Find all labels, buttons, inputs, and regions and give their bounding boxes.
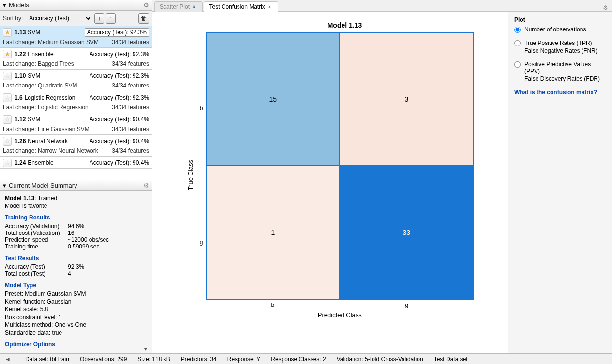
summary-body[interactable]: Model 1.13: Trained Model is favorite Tr… — [0, 191, 152, 353]
status-observations: Observations: 299 — [80, 356, 127, 363]
model-features: 34/34 features — [112, 82, 149, 89]
kernel-fn-line: Kernel function: Gaussian — [5, 298, 147, 305]
radio-ppv-label: Positive Predictive Values (PPV) — [524, 61, 606, 74]
star-icon[interactable]: ☆ — [3, 159, 12, 167]
kernel-scale-line: Kernel scale: 5.8 — [5, 306, 147, 313]
model-type-header: Model Type — [5, 282, 147, 289]
cost-validation-label: Total cost (Validation) — [5, 230, 68, 236]
models-panel-header[interactable]: ▾ Models ⚙ — [0, 0, 152, 11]
status-validation: Validation: 5-fold Cross-Validation — [337, 356, 423, 363]
radio-tpr-fnr[interactable]: True Positive Rates (TPR) False Negative… — [514, 40, 606, 54]
star-icon[interactable]: ★ — [3, 28, 12, 37]
model-id: 1.13 — [15, 29, 26, 36]
tab-test-confusion-matrix[interactable]: Test Confusion Matrix × — [204, 1, 278, 12]
model-row[interactable]: ☆1.26 Neural NetworkAccuracy (Test): 90.… — [0, 135, 152, 157]
sort-by-select[interactable]: Accuracy (Test) — [25, 14, 92, 23]
model-row[interactable]: ★1.13 SVMAccuracy (Test): 92.3%Last chan… — [0, 26, 152, 48]
summary-favorite: Model is favorite — [5, 203, 147, 209]
cost-test-value: 4 — [68, 270, 71, 277]
tabs-bar: Scatter Plot × Test Confusion Matrix × ⚙ — [152, 0, 612, 12]
expand-arrow-icon[interactable]: ▾ — [144, 346, 150, 351]
radio-observations[interactable]: Number of observations — [514, 26, 606, 33]
star-icon[interactable]: ☆ — [3, 93, 12, 102]
star-icon[interactable]: ☆ — [3, 72, 12, 80]
model-type: SVM — [28, 116, 40, 123]
prediction-speed-label: Prediction speed — [5, 236, 68, 243]
model-row[interactable]: ☆1.10 SVMAccuracy (Test): 92.3%Last chan… — [0, 70, 152, 91]
optimizer-options-header: Optimizer Options — [5, 341, 147, 348]
radio-fdr-label: False Discovery Rates (FDR) — [524, 75, 606, 82]
tab-scatter-label: Scatter Plot — [160, 3, 190, 10]
sort-bar: Sort by: Accuracy (Test) ↓ ↑ 🗑 — [0, 11, 152, 26]
summary-model-id: Model 1.13 — [5, 195, 34, 202]
radio-tpr-fnr-input[interactable] — [514, 40, 521, 46]
standardize-line: Standardize data: true — [5, 329, 147, 336]
model-features: 34/34 features — [112, 147, 149, 154]
y-axis-label: True Class — [187, 160, 194, 190]
gear-icon[interactable]: ⚙ — [143, 182, 149, 189]
model-row[interactable]: ☆1.6 Logistic RegressionAccuracy (Test):… — [0, 91, 152, 113]
model-accuracy: Accuracy (Test): 90.4% — [90, 138, 149, 145]
gear-icon[interactable]: ⚙ — [603, 4, 608, 11]
status-response: Response: Y — [227, 356, 261, 363]
plot-area: Model 1.13 True Class b g 15 3 1 33 — [152, 12, 612, 353]
summary-panel-header[interactable]: ▾ Current Model Summary ⚙ — [0, 180, 152, 191]
model-id: 1.24 — [15, 160, 26, 166]
gear-icon[interactable]: ⚙ — [143, 1, 149, 9]
star-icon[interactable]: ☆ — [3, 137, 12, 146]
plot-options-panel: Plot Number of observations True Positiv… — [508, 12, 612, 353]
status-response-classes: Response Classes: 2 — [271, 356, 326, 363]
model-row[interactable]: ★1.22 EnsembleAccuracy (Test): 92.3%Last… — [0, 48, 152, 70]
training-results-header: Training Results — [5, 214, 147, 221]
model-last-change: Last change: Medium Gaussian SVM — [3, 39, 112, 45]
summary-panel-title: Current Model Summary — [8, 182, 143, 189]
prediction-speed-value: ~12000 obs/sec — [68, 236, 109, 243]
model-accuracy: Accuracy (Test): 92.3% — [85, 28, 149, 37]
chart-title: Model 1.13 — [162, 21, 498, 29]
close-icon[interactable]: × — [193, 4, 195, 10]
model-type: SVM — [28, 73, 40, 79]
scroll-left-icon[interactable]: ◄ — [5, 356, 12, 363]
models-list[interactable]: ★1.13 SVMAccuracy (Test): 92.3%Last chan… — [0, 26, 152, 180]
training-time-value: 0.59099 sec — [68, 243, 99, 250]
model-last-change: Last change: Logistic Regression — [3, 104, 112, 111]
model-type: Logistic Regression — [25, 94, 75, 101]
chevron-down-icon: ▾ — [3, 182, 8, 189]
multiclass-line: Multiclass method: One-vs-One — [5, 321, 147, 328]
model-id: 1.12 — [15, 116, 26, 123]
model-features: 34/34 features — [112, 104, 149, 111]
summary-panel: ▾ Current Model Summary ⚙ Model 1.13: Tr… — [0, 180, 152, 353]
star-icon[interactable]: ☆ — [3, 115, 12, 124]
model-last-change: Last change: Quadratic SVM — [3, 82, 112, 89]
y-tick-b: b — [200, 105, 203, 112]
radio-observations-label: Number of observations — [524, 26, 586, 33]
radio-ppv-fdr-input[interactable] — [514, 61, 521, 68]
x-ticks: b g — [206, 302, 474, 308]
x-axis-label: Predicted Class — [318, 311, 362, 319]
acc-test-value: 92.3% — [68, 263, 84, 270]
delete-button[interactable]: 🗑 — [138, 13, 149, 24]
tab-scatter-plot[interactable]: Scatter Plot × — [154, 1, 203, 12]
sidebar: ▾ Models ⚙ Sort by: Accuracy (Test) ↓ ↑ … — [0, 0, 152, 353]
model-accuracy: Accuracy (Test): 92.3% — [90, 51, 149, 58]
model-features: 34/34 features — [112, 39, 149, 45]
model-row[interactable]: ☆1.24 EnsembleAccuracy (Test): 90.4% — [0, 157, 152, 169]
sort-asc-button[interactable]: ↑ — [106, 13, 116, 24]
model-last-change: Last change: Bagged Trees — [3, 60, 112, 67]
model-last-change: Last change: Narrow Neural Network — [3, 147, 112, 154]
y-tick-g: g — [200, 239, 203, 246]
training-time-label: Training time — [5, 243, 68, 250]
close-icon[interactable]: × — [268, 4, 271, 10]
radio-observations-input[interactable] — [514, 27, 521, 33]
model-type: SVM — [28, 29, 40, 36]
star-icon[interactable]: ★ — [3, 50, 12, 58]
sort-desc-button[interactable]: ↓ — [94, 13, 104, 24]
help-link[interactable]: What is the confusion matrix? — [514, 89, 606, 96]
radio-ppv-fdr[interactable]: Positive Predictive Values (PPV) False D… — [514, 61, 606, 82]
box-constraint-line: Box constraint level: 1 — [5, 314, 147, 320]
preset-line: Preset: Medium Gaussian SVM — [5, 291, 147, 297]
model-row[interactable]: ☆1.12 SVMAccuracy (Test): 90.4%Last chan… — [0, 113, 152, 135]
model-id: 1.6 — [15, 94, 23, 101]
status-dataset: Data set: tblTrain — [25, 356, 69, 363]
cell-b-b: 15 — [206, 32, 340, 166]
